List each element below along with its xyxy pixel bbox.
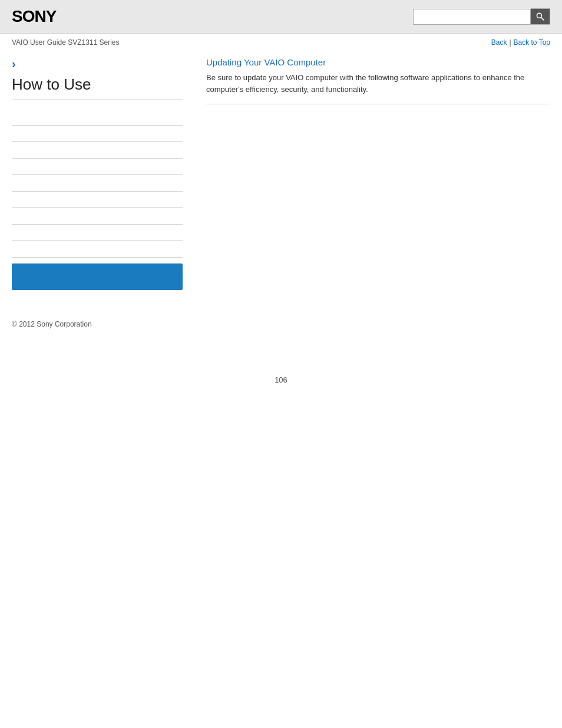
list-item[interactable] [12, 142, 183, 159]
nav-bar: VAIO User Guide SVZ1311 Series Back | Ba… [0, 34, 562, 51]
content-section-description: Be sure to update your VAIO computer wit… [206, 72, 550, 95]
header: SONY [0, 0, 562, 34]
sony-logo: SONY [12, 7, 56, 26]
main-content: › How to Use Updating Your VAIO Computer… [0, 57, 562, 290]
sidebar-menu [12, 109, 183, 258]
svg-line-1 [541, 18, 544, 21]
nav-right: Back | Back to Top [491, 38, 550, 47]
nav-separator: | [509, 38, 511, 47]
list-item[interactable] [12, 225, 183, 241]
sidebar-arrow: › [12, 57, 183, 71]
svg-point-0 [537, 13, 541, 18]
list-item[interactable] [12, 109, 183, 126]
back-link[interactable]: Back [491, 38, 507, 47]
breadcrumb: VAIO User Guide SVZ1311 Series [12, 38, 120, 47]
list-item[interactable] [12, 241, 183, 258]
footer: © 2012 Sony Corporation [0, 308, 562, 340]
content-area: Updating Your VAIO Computer Be sure to u… [194, 57, 550, 290]
content-section: Updating Your VAIO Computer Be sure to u… [206, 57, 550, 104]
list-item[interactable] [12, 192, 183, 208]
list-item[interactable] [12, 208, 183, 225]
content-section-title[interactable]: Updating Your VAIO Computer [206, 57, 550, 67]
list-item[interactable] [12, 175, 183, 192]
sidebar-blue-block[interactable] [12, 263, 183, 290]
list-item[interactable] [12, 159, 183, 175]
sidebar-title: How to Use [12, 75, 183, 100]
search-icon [535, 12, 545, 21]
search-area [413, 8, 550, 25]
copyright: © 2012 Sony Corporation [12, 320, 92, 328]
sidebar: › How to Use [12, 57, 194, 290]
page-number: 106 [0, 375, 562, 396]
content-divider [206, 104, 550, 104]
back-to-top-link[interactable]: Back to Top [514, 38, 550, 47]
list-item[interactable] [12, 126, 183, 142]
search-button[interactable] [531, 8, 550, 25]
search-input[interactable] [413, 9, 531, 25]
